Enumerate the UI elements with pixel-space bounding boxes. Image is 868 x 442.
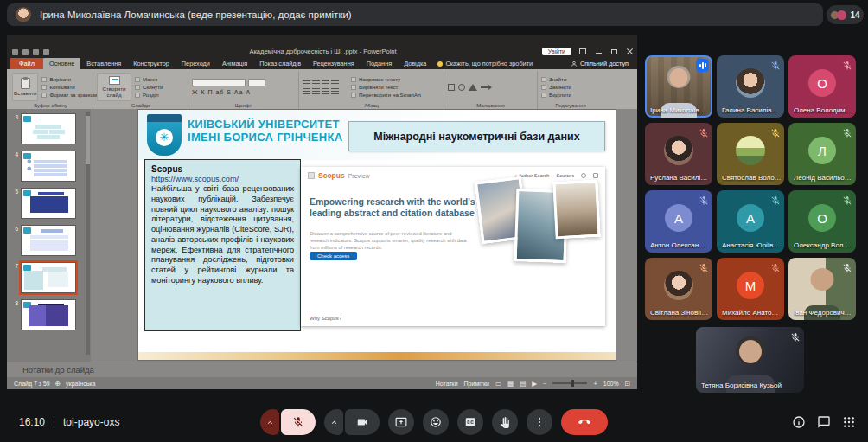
align-left-icon bbox=[303, 88, 310, 94]
slideshow-icon bbox=[43, 49, 49, 55]
captions-icon bbox=[464, 416, 476, 428]
zoom-out-icon: − bbox=[543, 380, 546, 388]
thumbnails-scrollbar bbox=[86, 112, 90, 355]
tab-help: Довідка bbox=[398, 58, 432, 69]
zoom-level: 100% bbox=[603, 381, 619, 387]
quick-access-toolbar bbox=[12, 49, 116, 55]
ellipse-shape-icon bbox=[458, 84, 465, 91]
notes-toggle: Нотатки bbox=[436, 381, 458, 387]
align-icon bbox=[331, 80, 339, 86]
reactions-button[interactable] bbox=[423, 409, 449, 435]
participant-name: Святослав Володи… bbox=[722, 174, 782, 182]
activities-grid-icon[interactable] bbox=[842, 415, 856, 429]
mic-off-icon bbox=[842, 126, 852, 137]
participant-tile[interactable]: О Олександр Волод… bbox=[788, 190, 856, 253]
scopus-subtext: Discover a comprehensive source of peer-… bbox=[310, 231, 469, 252]
scopus-link: https://www.scopus.com/ bbox=[151, 175, 294, 183]
ppt-share-button: Спільний доступ bbox=[565, 58, 634, 69]
participant-tile[interactable]: Руслана Василівна… bbox=[645, 123, 712, 185]
slide-thumbnail-row: 3 bbox=[9, 113, 84, 144]
participant-tile[interactable]: Іван Федорович О… bbox=[788, 258, 856, 320]
mic-off-icon bbox=[699, 194, 709, 204]
smartart-button: Перетворити на SmartArt bbox=[351, 92, 421, 98]
mic-off-icon bbox=[770, 59, 781, 69]
slide-thumbnail-5 bbox=[21, 188, 76, 219]
tab-home: Основне bbox=[43, 58, 80, 69]
participant-tile[interactable]: М Михайло Анатолій… bbox=[717, 258, 784, 320]
globe-icon: ⊕ bbox=[55, 380, 61, 388]
clock-time: 16:10 bbox=[19, 416, 45, 428]
mic-off-icon bbox=[699, 126, 709, 137]
align-center-icon bbox=[312, 88, 320, 94]
avatar bbox=[664, 271, 693, 300]
avatar bbox=[736, 136, 765, 165]
rectangle-shape-icon bbox=[448, 84, 455, 91]
participant-tile[interactable]: Світлана Зіновіїв… bbox=[645, 258, 712, 320]
captions-button[interactable] bbox=[457, 409, 483, 435]
camera-options-button[interactable] bbox=[324, 409, 343, 435]
participant-tile[interactable]: О Олена Володимир… bbox=[788, 55, 856, 118]
call-end-icon bbox=[578, 416, 590, 428]
participant-tile[interactable]: Святослав Володи… bbox=[717, 123, 784, 185]
participants-grid: Ірина Миколаївна Л… Галина Василівна … О… bbox=[645, 55, 856, 320]
mic-options-button[interactable] bbox=[260, 409, 279, 435]
shared-screen-powerpoint: Академічна доброчесність і ШІ .pptx - Po… bbox=[7, 35, 637, 389]
text-direction-icon bbox=[351, 77, 356, 82]
maximize-icon bbox=[611, 49, 617, 54]
ppt-ribbon: Вставити Вирізати Копіювати Формат за зр… bbox=[7, 69, 637, 109]
chat-icon[interactable] bbox=[817, 415, 831, 429]
info-icon[interactable] bbox=[792, 415, 806, 429]
camera-toggle-button[interactable] bbox=[345, 409, 380, 435]
more-vert-icon bbox=[533, 416, 546, 428]
participant-tile[interactable]: Галина Василівна … bbox=[717, 55, 784, 118]
tab-animations: Анімація bbox=[216, 58, 253, 69]
section-button: Розділ bbox=[135, 92, 163, 98]
slide-editor-area: ✳ КИЇВСЬКИЙ УНІВЕРСИТЕТ ІМЕНІ БОРИСА ГРІ… bbox=[91, 109, 637, 362]
clipboard-icon bbox=[21, 78, 30, 89]
raise-hand-button[interactable] bbox=[492, 409, 518, 435]
mic-toggle-button[interactable] bbox=[281, 409, 316, 435]
ppt-signin-button: Увійти bbox=[542, 48, 571, 55]
new-slide-icon bbox=[109, 76, 120, 85]
font-format-buttons: Ж К П аб S Аа А bbox=[192, 89, 265, 95]
participant-tile[interactable]: Л Леонід Васильови… bbox=[788, 123, 856, 185]
cut-button: Вирізати bbox=[41, 76, 97, 82]
participant-tile[interactable]: А Антон Олександр… bbox=[645, 190, 712, 253]
find-icon bbox=[541, 77, 546, 82]
lightbulb-icon bbox=[437, 61, 443, 67]
self-view-tile[interactable]: Тетяна Борисівна Кузьой bbox=[696, 327, 804, 393]
speaking-indicator-icon bbox=[696, 59, 709, 72]
avatar: О bbox=[808, 204, 836, 232]
avatar: М bbox=[737, 272, 764, 299]
meet-control-bar: 16:10 toi-payo-oxs bbox=[0, 404, 868, 442]
paragraph-icons bbox=[303, 73, 348, 101]
tab-insert: Вставлення bbox=[80, 58, 127, 69]
ppt-title-bar: Академічна доброчесність і ШІ .pptx - Po… bbox=[7, 35, 637, 57]
select-button: Виділити bbox=[541, 92, 571, 98]
slide-thumbnails-panel: 3 4 5 6 7 bbox=[7, 109, 91, 362]
scopus-cta-button: Check access bbox=[310, 252, 357, 260]
copy-icon bbox=[41, 85, 47, 90]
font-size-box bbox=[248, 79, 265, 86]
format-painter-icon bbox=[41, 93, 47, 98]
slide-thumbnail-row: 4 bbox=[9, 151, 84, 182]
presenter-avatar bbox=[16, 7, 31, 22]
avatar: А bbox=[737, 204, 764, 232]
participants-count-button[interactable]: 14 bbox=[827, 5, 864, 24]
present-icon bbox=[395, 416, 407, 428]
sources-link: Sources bbox=[556, 173, 574, 178]
ribbon-group-font: Ж К П аб S Аа А Шрифт bbox=[188, 71, 299, 109]
participant-tile[interactable]: А Анастасія Юріївна … bbox=[717, 190, 784, 253]
reset-button: Скинути bbox=[135, 84, 163, 90]
select-icon bbox=[541, 93, 546, 98]
slide-thumbnail-row: 6 bbox=[9, 225, 84, 256]
columns-icon bbox=[331, 88, 339, 94]
more-options-button[interactable] bbox=[527, 409, 552, 435]
university-logo-emblem: ✳ bbox=[156, 129, 173, 146]
participant-tile-speaker[interactable]: Ірина Миколаївна Л… bbox=[645, 55, 712, 118]
end-call-button[interactable] bbox=[561, 409, 608, 435]
mic-off-icon bbox=[842, 59, 852, 69]
present-screen-button[interactable] bbox=[388, 409, 414, 435]
ribbon-group-slides: Створити слайд Макет Скинути Розділ Слай… bbox=[93, 71, 188, 109]
participant-name: Ірина Миколаївна Л… bbox=[650, 106, 710, 114]
